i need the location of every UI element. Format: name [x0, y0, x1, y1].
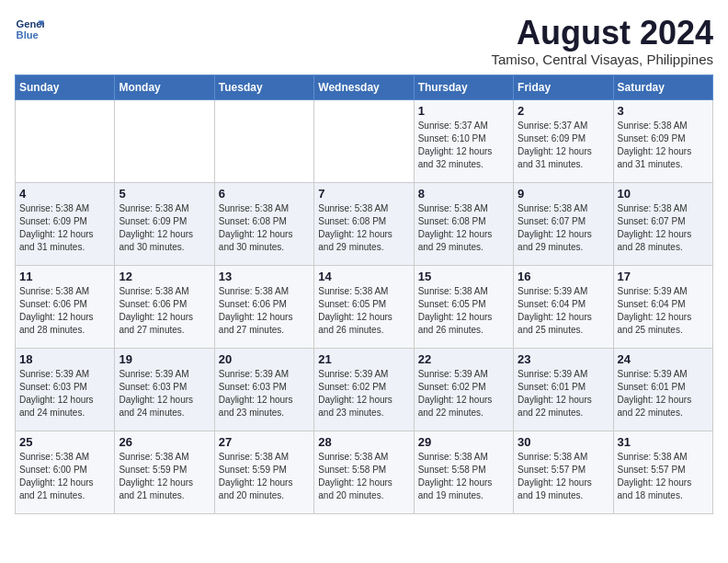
day-number: 15	[418, 270, 509, 283]
calendar-cell: 19Sunrise: 5:39 AM Sunset: 6:03 PM Dayli…	[115, 348, 214, 431]
day-header-friday: Friday	[514, 75, 613, 99]
calendar-cell: 22Sunrise: 5:39 AM Sunset: 6:02 PM Dayli…	[414, 348, 513, 431]
calendar-cell: 31Sunrise: 5:38 AM Sunset: 5:57 PM Dayli…	[613, 431, 712, 513]
day-number: 19	[119, 352, 210, 366]
day-info: Sunrise: 5:37 AM Sunset: 6:10 PM Dayligh…	[418, 120, 509, 171]
day-info: Sunrise: 5:38 AM Sunset: 5:57 PM Dayligh…	[618, 451, 709, 502]
day-info: Sunrise: 5:39 AM Sunset: 6:03 PM Dayligh…	[119, 368, 210, 419]
day-info: Sunrise: 5:38 AM Sunset: 6:06 PM Dayligh…	[219, 285, 310, 337]
calendar-cell: 2Sunrise: 5:37 AM Sunset: 6:09 PM Daylig…	[514, 99, 613, 182]
day-info: Sunrise: 5:38 AM Sunset: 5:57 PM Dayligh…	[518, 451, 609, 502]
calendar-cell: 30Sunrise: 5:38 AM Sunset: 5:57 PM Dayli…	[514, 431, 613, 513]
day-number: 26	[119, 435, 210, 449]
calendar-cell: 10Sunrise: 5:38 AM Sunset: 6:07 PM Dayli…	[613, 182, 712, 265]
day-info: Sunrise: 5:37 AM Sunset: 6:09 PM Dayligh…	[518, 120, 609, 171]
calendar-cell: 13Sunrise: 5:38 AM Sunset: 6:06 PM Dayli…	[214, 265, 313, 348]
day-info: Sunrise: 5:39 AM Sunset: 6:01 PM Dayligh…	[518, 368, 609, 419]
calendar-cell: 8Sunrise: 5:38 AM Sunset: 6:08 PM Daylig…	[414, 182, 513, 265]
calendar-cell: 12Sunrise: 5:38 AM Sunset: 6:06 PM Dayli…	[115, 265, 214, 348]
day-info: Sunrise: 5:38 AM Sunset: 6:08 PM Dayligh…	[318, 202, 409, 254]
day-number: 12	[119, 270, 210, 283]
day-info: Sunrise: 5:39 AM Sunset: 6:03 PM Dayligh…	[219, 368, 310, 419]
calendar-cell	[115, 99, 214, 182]
day-number: 29	[418, 435, 509, 449]
calendar-week-row: 18Sunrise: 5:39 AM Sunset: 6:03 PM Dayli…	[16, 348, 713, 431]
day-number: 16	[518, 270, 609, 283]
title-area: August 2024 Tamiso, Central Visayas, Phi…	[491, 15, 713, 67]
day-header-thursday: Thursday	[414, 75, 513, 99]
calendar-cell	[314, 99, 414, 182]
day-info: Sunrise: 5:38 AM Sunset: 5:59 PM Dayligh…	[219, 451, 310, 502]
calendar-cell: 6Sunrise: 5:38 AM Sunset: 6:08 PM Daylig…	[214, 182, 313, 265]
day-number: 8	[418, 187, 509, 201]
day-header-wednesday: Wednesday	[314, 75, 414, 99]
day-number: 23	[518, 352, 609, 366]
day-info: Sunrise: 5:39 AM Sunset: 6:02 PM Dayligh…	[418, 368, 509, 419]
day-info: Sunrise: 5:39 AM Sunset: 6:01 PM Dayligh…	[618, 368, 709, 419]
day-info: Sunrise: 5:38 AM Sunset: 6:05 PM Dayligh…	[418, 285, 509, 337]
day-number: 3	[618, 104, 709, 118]
calendar-cell: 28Sunrise: 5:38 AM Sunset: 5:58 PM Dayli…	[314, 431, 414, 513]
calendar-cell: 24Sunrise: 5:39 AM Sunset: 6:01 PM Dayli…	[613, 348, 712, 431]
calendar-cell: 14Sunrise: 5:38 AM Sunset: 6:05 PM Dayli…	[314, 265, 414, 348]
calendar-cell: 25Sunrise: 5:38 AM Sunset: 6:00 PM Dayli…	[16, 431, 115, 513]
day-number: 17	[618, 270, 709, 283]
day-number: 25	[19, 435, 110, 449]
day-info: Sunrise: 5:38 AM Sunset: 6:07 PM Dayligh…	[518, 202, 609, 254]
day-info: Sunrise: 5:39 AM Sunset: 6:04 PM Dayligh…	[518, 285, 609, 337]
day-info: Sunrise: 5:38 AM Sunset: 6:07 PM Dayligh…	[618, 202, 709, 254]
day-number: 20	[219, 352, 310, 366]
day-number: 5	[119, 187, 210, 201]
calendar-cell: 21Sunrise: 5:39 AM Sunset: 6:02 PM Dayli…	[314, 348, 414, 431]
calendar-cell: 4Sunrise: 5:38 AM Sunset: 6:09 PM Daylig…	[16, 182, 115, 265]
day-number: 14	[318, 270, 409, 283]
calendar-cell: 18Sunrise: 5:39 AM Sunset: 6:03 PM Dayli…	[16, 348, 115, 431]
calendar-cell: 11Sunrise: 5:38 AM Sunset: 6:06 PM Dayli…	[16, 265, 115, 348]
day-header-saturday: Saturday	[613, 75, 712, 99]
calendar-cell: 26Sunrise: 5:38 AM Sunset: 5:59 PM Dayli…	[115, 431, 214, 513]
day-header-sunday: Sunday	[16, 75, 115, 99]
calendar-cell: 7Sunrise: 5:38 AM Sunset: 6:08 PM Daylig…	[314, 182, 414, 265]
day-number: 18	[19, 352, 110, 366]
day-number: 11	[19, 270, 110, 283]
calendar-cell: 1Sunrise: 5:37 AM Sunset: 6:10 PM Daylig…	[414, 99, 513, 182]
calendar-cell: 9Sunrise: 5:38 AM Sunset: 6:07 PM Daylig…	[514, 182, 613, 265]
day-info: Sunrise: 5:39 AM Sunset: 6:04 PM Dayligh…	[618, 285, 709, 337]
day-number: 30	[518, 435, 609, 449]
calendar-cell	[214, 99, 313, 182]
day-info: Sunrise: 5:38 AM Sunset: 5:58 PM Dayligh…	[318, 451, 409, 502]
calendar-table: SundayMondayTuesdayWednesdayThursdayFrid…	[15, 75, 713, 514]
day-info: Sunrise: 5:39 AM Sunset: 6:03 PM Dayligh…	[19, 368, 110, 419]
day-number: 24	[618, 352, 709, 366]
day-number: 13	[219, 270, 310, 283]
day-number: 27	[219, 435, 310, 449]
page-header: General Blue General Blue August 2024 Ta…	[15, 15, 713, 67]
day-info: Sunrise: 5:38 AM Sunset: 6:06 PM Dayligh…	[19, 285, 110, 337]
calendar-week-row: 4Sunrise: 5:38 AM Sunset: 6:09 PM Daylig…	[16, 182, 713, 265]
day-info: Sunrise: 5:38 AM Sunset: 6:05 PM Dayligh…	[318, 285, 409, 337]
day-number: 21	[318, 352, 409, 366]
logo: General Blue General Blue	[15, 15, 44, 44]
day-number: 2	[518, 104, 609, 118]
svg-text:Blue: Blue	[17, 29, 39, 40]
day-number: 7	[318, 187, 409, 201]
day-number: 4	[19, 187, 110, 201]
month-year-title: August 2024	[491, 15, 713, 52]
day-info: Sunrise: 5:39 AM Sunset: 6:02 PM Dayligh…	[318, 368, 409, 419]
day-info: Sunrise: 5:38 AM Sunset: 6:00 PM Dayligh…	[19, 451, 110, 502]
calendar-cell: 3Sunrise: 5:38 AM Sunset: 6:09 PM Daylig…	[613, 99, 712, 182]
day-number: 28	[318, 435, 409, 449]
day-info: Sunrise: 5:38 AM Sunset: 6:08 PM Dayligh…	[219, 202, 310, 254]
day-number: 6	[219, 187, 310, 201]
day-info: Sunrise: 5:38 AM Sunset: 6:06 PM Dayligh…	[119, 285, 210, 337]
day-info: Sunrise: 5:38 AM Sunset: 6:09 PM Dayligh…	[19, 202, 110, 254]
calendar-cell: 27Sunrise: 5:38 AM Sunset: 5:59 PM Dayli…	[214, 431, 313, 513]
calendar-week-row: 1Sunrise: 5:37 AM Sunset: 6:10 PM Daylig…	[16, 99, 713, 182]
calendar-cell: 5Sunrise: 5:38 AM Sunset: 6:09 PM Daylig…	[115, 182, 214, 265]
day-info: Sunrise: 5:38 AM Sunset: 6:09 PM Dayligh…	[119, 202, 210, 254]
day-number: 1	[418, 104, 509, 118]
calendar-week-row: 25Sunrise: 5:38 AM Sunset: 6:00 PM Dayli…	[16, 431, 713, 513]
calendar-header-row: SundayMondayTuesdayWednesdayThursdayFrid…	[16, 75, 713, 99]
day-number: 22	[418, 352, 509, 366]
calendar-week-row: 11Sunrise: 5:38 AM Sunset: 6:06 PM Dayli…	[16, 265, 713, 348]
